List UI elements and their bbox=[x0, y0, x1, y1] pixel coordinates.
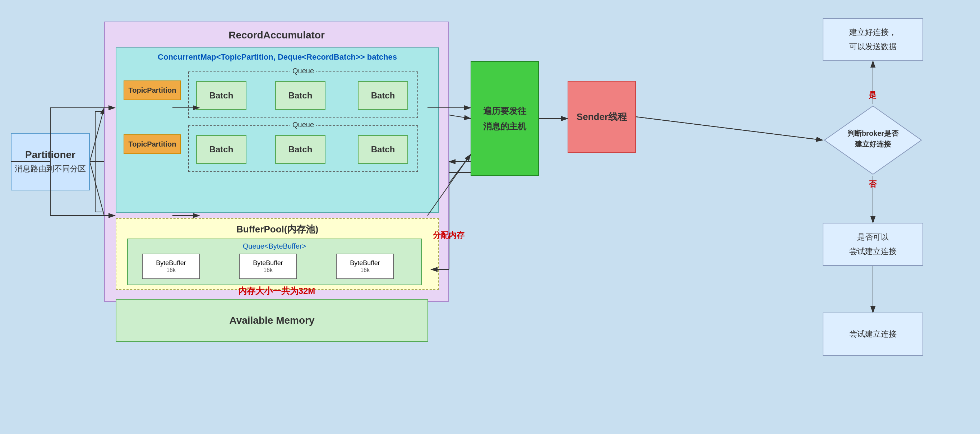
sender-box: Sender线程 bbox=[568, 81, 636, 153]
flow-establish-text: 建立好连接，可以发送数据 bbox=[849, 25, 897, 54]
bytebuffer-1-label: ByteBuffer bbox=[156, 259, 186, 267]
buffer-pool-title: BufferPool(内存池) bbox=[236, 223, 318, 236]
svg-line-0 bbox=[90, 108, 104, 162]
judge-diamond: 判断broker是否 建立好连接 bbox=[822, 104, 923, 176]
svg-line-12 bbox=[636, 117, 822, 140]
batch-2-1: Batch bbox=[196, 135, 247, 164]
flow-retry-box: 是否可以尝试建立连接 bbox=[822, 223, 923, 266]
queue-bytebuffer-title: Queue<ByteBuffer> bbox=[243, 242, 306, 250]
flow-retry-text: 是否可以尝试建立连接 bbox=[849, 230, 897, 258]
batch-1-2: Batch bbox=[275, 81, 326, 110]
batch-1-1: Batch bbox=[196, 81, 247, 110]
judge-diamond-svg: 判断broker是否 建立好连接 bbox=[822, 104, 923, 176]
bytebuffer-2-label: ByteBuffer bbox=[253, 259, 283, 267]
partitioner-box: Partitioner 消息路由到不同分区 bbox=[11, 133, 90, 191]
svg-line-35 bbox=[636, 117, 822, 140]
topic-partition-2: TopicPartition bbox=[124, 134, 181, 154]
available-memory-box: Available Memory bbox=[116, 299, 428, 342]
host-box-text: 遍历要发往消息的主机 bbox=[483, 103, 526, 134]
topic-partition-1: TopicPartition bbox=[124, 81, 181, 100]
flow-try-connect-text: 尝试建立连接 bbox=[849, 329, 897, 340]
queue-container-2: Queue Batch Batch Batch bbox=[188, 126, 418, 172]
topic-partition-2-label: TopicPartition bbox=[129, 140, 177, 148]
partitioner-subtitle: 消息路由到不同分区 bbox=[15, 164, 86, 174]
batch-2-2: Batch bbox=[275, 135, 326, 164]
concurrent-map-title: ConcurrentMap<TopicPartition, Deque<Reco… bbox=[158, 52, 397, 62]
no-label: 否 bbox=[869, 179, 877, 190]
queue-bytebuffer-box: Queue<ByteBuffer> ByteBuffer 16k ByteBuf… bbox=[127, 238, 422, 285]
record-accumulator-title: RecordAccumulator bbox=[229, 29, 325, 41]
yes-label: 是 bbox=[869, 90, 877, 100]
record-accumulator-box: RecordAccumulator ConcurrentMap<TopicPar… bbox=[104, 22, 449, 302]
queue-container-1: Queue Batch Batch Batch bbox=[188, 72, 418, 118]
bytebuffer-3: ByteBuffer 16k bbox=[336, 254, 394, 279]
topic-partition-1-label: TopicPartition bbox=[129, 86, 177, 94]
memory-size-label: 内存大小一共为32M bbox=[238, 285, 315, 297]
flow-try-connect-box: 尝试建立连接 bbox=[822, 313, 923, 356]
concurrent-map-box: ConcurrentMap<TopicPartition, Deque<Reco… bbox=[116, 48, 439, 213]
available-memory-text: Available Memory bbox=[229, 315, 314, 326]
batch-2-3: Batch bbox=[358, 135, 408, 164]
host-box: 遍历要发往消息的主机 bbox=[471, 61, 539, 176]
bytebuffer-1: ByteBuffer 16k bbox=[142, 254, 200, 279]
sender-box-text: Sender线程 bbox=[577, 111, 627, 123]
svg-text:建立好连接: 建立好连接 bbox=[854, 140, 891, 148]
bytebuffer-1-size: 16k bbox=[166, 267, 176, 273]
diagram-container: Partitioner 消息路由到不同分区 RecordAccumulator … bbox=[0, 0, 980, 434]
buffer-pool-box: BufferPool(内存池) Queue<ByteBuffer> ByteBu… bbox=[116, 218, 439, 290]
bytebuffer-3-label: ByteBuffer bbox=[350, 259, 380, 267]
bytebuffer-2-size: 16k bbox=[263, 267, 273, 273]
bytebuffer-2: ByteBuffer 16k bbox=[239, 254, 297, 279]
alloc-memory-label: 分配内存 bbox=[433, 230, 465, 241]
partitioner-title: Partitioner bbox=[25, 149, 75, 161]
svg-line-2 bbox=[90, 162, 104, 216]
bytebuffer-3-size: 16k bbox=[360, 267, 370, 273]
queue-2-label: Queue bbox=[290, 121, 316, 129]
batch-1-3: Batch bbox=[358, 81, 408, 110]
flow-establish-box: 建立好连接，可以发送数据 bbox=[822, 18, 923, 61]
queue-1-label: Queue bbox=[290, 67, 316, 75]
svg-text:判断broker是否: 判断broker是否 bbox=[847, 129, 899, 137]
